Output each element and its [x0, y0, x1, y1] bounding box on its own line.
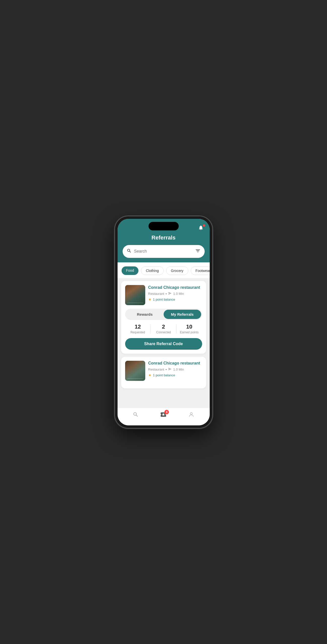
- star-icon-2: ★: [148, 373, 152, 377]
- nav-badge: 8: [164, 410, 169, 414]
- restaurant-type-1: Restaurant: [148, 292, 164, 296]
- svg-point-0: [190, 413, 192, 415]
- categories-row: Food Clothing Grocery Footwear Pharmacy: [118, 262, 210, 278]
- search-icon: [127, 248, 132, 255]
- filter-icon[interactable]: [195, 248, 201, 255]
- location-icon-1: [168, 292, 172, 296]
- share-referral-button[interactable]: Share Referral Code: [125, 338, 202, 350]
- location-icon-2: [168, 367, 172, 372]
- points-text-2: 1 point balance: [153, 373, 175, 377]
- stat-requested-number: 12: [125, 324, 151, 330]
- stats-row-1: 12 Requested 2 Connected 10 Earned point…: [125, 324, 202, 334]
- search-nav-icon: [133, 412, 139, 419]
- stat-earned: 10 Earned points: [176, 324, 202, 334]
- notification-dot: [203, 224, 205, 227]
- restaurant-card-2: Conrad Chicago restaurant Restaurant 1.0…: [121, 357, 206, 388]
- content-area: Conrad Chicago restaurant Restaurant 1.0…: [118, 278, 210, 425]
- restaurant-info-2: Conrad Chicago restaurant Restaurant 1.0…: [148, 361, 202, 377]
- nav-offers[interactable]: 8: [159, 411, 168, 420]
- stat-requested-label: Requested: [125, 331, 151, 334]
- nav-profile[interactable]: [188, 412, 194, 419]
- restaurant-image-2: [125, 361, 145, 381]
- restaurant-meta-1: Restaurant 1.0 Min: [148, 292, 202, 296]
- restaurant-card-1: Conrad Chicago restaurant Restaurant 1.0…: [121, 281, 206, 354]
- star-icon-1: ★: [148, 297, 152, 301]
- search-container: [118, 245, 210, 262]
- page-title: Referrals: [123, 234, 205, 241]
- restaurant-name-1: Conrad Chicago restaurant: [148, 285, 202, 290]
- dot-separator-2: [166, 369, 167, 370]
- stat-connected-label: Connected: [151, 331, 176, 334]
- category-footwear[interactable]: Footwear: [191, 266, 210, 275]
- category-food[interactable]: Food: [122, 266, 139, 275]
- restaurant-type-2: Restaurant: [148, 368, 164, 371]
- phone-frame: Referrals Food Clothing: [115, 216, 213, 428]
- person-nav-icon: [188, 412, 194, 419]
- card-header-2: Conrad Chicago restaurant Restaurant 1.0…: [125, 361, 202, 381]
- stat-earned-number: 10: [176, 324, 202, 330]
- points-text-1: 1 point balance: [153, 298, 175, 301]
- stat-requested: 12 Requested: [125, 324, 151, 334]
- card-header-1: Conrad Chicago restaurant Restaurant 1.0…: [125, 285, 202, 305]
- bottom-nav: 8: [118, 408, 210, 425]
- rewards-tab[interactable]: Rewards: [126, 310, 164, 319]
- toggle-tabs-1: Rewards My Referrals: [125, 309, 202, 320]
- restaurant-meta-2: Restaurant 1.0 Min: [148, 367, 202, 372]
- restaurant-distance-1: 1.0 Min: [173, 292, 184, 296]
- nav-badge-container: 8: [159, 411, 168, 420]
- points-row-2: ★ 1 point balance: [148, 373, 202, 377]
- search-bar[interactable]: [123, 245, 205, 258]
- dot-separator-1: [166, 293, 167, 294]
- my-referrals-tab[interactable]: My Referrals: [164, 310, 201, 319]
- stat-connected-number: 2: [151, 324, 176, 330]
- restaurant-distance-2: 1.0 Min: [173, 368, 184, 371]
- restaurant-image-1: [125, 285, 145, 305]
- restaurant-info-1: Conrad Chicago restaurant Restaurant 1.0…: [148, 285, 202, 302]
- stat-connected: 2 Connected: [151, 324, 176, 334]
- phone-inner: Referrals Food Clothing: [118, 219, 210, 425]
- stat-earned-label: Earned points: [176, 331, 202, 334]
- category-grocery[interactable]: Grocery: [166, 266, 188, 275]
- points-row-1: ★ 1 point balance: [148, 297, 202, 301]
- dynamic-island: [149, 222, 179, 230]
- notification-bell[interactable]: [198, 225, 205, 231]
- search-input[interactable]: [134, 249, 193, 254]
- restaurant-name-2: Conrad Chicago restaurant: [148, 361, 202, 366]
- category-clothing[interactable]: Clothing: [141, 266, 163, 275]
- nav-search[interactable]: [133, 412, 139, 419]
